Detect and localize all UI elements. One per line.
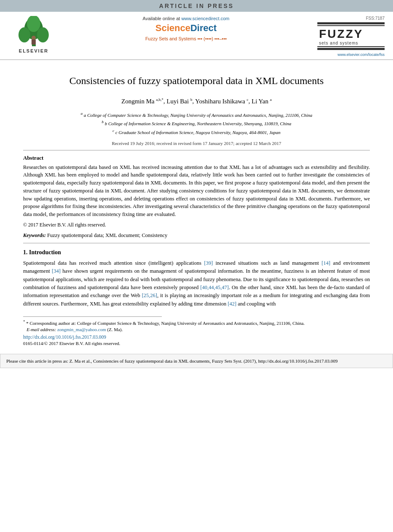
science-word: Science (156, 23, 190, 33)
svg-point-5 (32, 36, 36, 40)
article-in-press-banner: ARTICLE IN PRESS (0, 0, 393, 12)
science-direct-logo: ScienceDirect (63, 23, 309, 34)
copyright-line: © 2017 Elsevier B.V. All rights reserved… (23, 222, 370, 228)
cite-39[interactable]: [39] (204, 260, 213, 266)
cite-34[interactable]: [34] (52, 268, 61, 274)
issn-line: 0165-0114/© 2017 Elsevier B.V. All right… (23, 341, 370, 346)
keywords-values: Fuzzy spatiotemporal data; XML document;… (47, 232, 167, 238)
affiliations-section: a a College of Computer Science & Techno… (23, 108, 370, 138)
keywords-label: Keywords: (23, 232, 46, 238)
affiliation-b: b b College of Information Science & Eng… (23, 119, 370, 127)
fss-logo-box: FSS:7187 FUZZY sets and systems www.else… (313, 16, 385, 57)
email-note: E-mail address: zongmin_ma@yahoo.com (Z.… (23, 327, 370, 332)
page: ARTICLE IN PRESS ELSEVIER Available onli… (0, 0, 393, 532)
fuzzy-sub-text: sets and systems (317, 41, 385, 45)
email-suffix: (Z. Ma). (107, 327, 123, 332)
footnote-section: * * Corresponding author at: College of … (23, 319, 370, 350)
introduction-section: 1. Introduction Spatiotemporal data has … (23, 249, 370, 308)
bottom-bar-text: Please cite this article in press as: Z.… (6, 358, 338, 363)
fuzzy-big-text: FUZZY (317, 27, 385, 41)
abstract-section: Abstract Researches on spatiotemporal da… (23, 155, 370, 228)
available-online-text: Available online at www.sciencedirect.co… (63, 16, 309, 21)
section-1-heading: 1. Introduction (23, 249, 370, 256)
author-email[interactable]: zongmin_ma@yahoo.com (57, 327, 106, 332)
affiliation-c: c c Graduate School of Information Scien… (23, 128, 370, 136)
header-center: Available online at www.sciencedirect.co… (59, 16, 313, 41)
received-date: Received 19 July 2016; received in revis… (23, 141, 370, 146)
elsevier-tree-icon (16, 16, 52, 47)
footnote-separator (23, 316, 162, 317)
elsevier-label: ELSEVIER (19, 48, 48, 53)
journal-line[interactable]: Fuzzy Sets and Systems ••• (••••) •••–••… (63, 36, 309, 41)
cite-40-44-45-47[interactable]: [40,44,45,47] (200, 284, 229, 290)
abstract-heading: Abstract (23, 155, 370, 161)
header-row: ELSEVIER Available online at www.science… (0, 12, 393, 60)
article-title-section: Consistencies of fuzzy spatiotemporal da… (23, 64, 370, 94)
article-title: Consistencies of fuzzy spatiotemporal da… (23, 74, 370, 87)
svg-point-3 (37, 27, 49, 42)
cite-25-26[interactable]: [25,26] (142, 292, 157, 298)
separator-1 (23, 150, 370, 150)
direct-word: Direct (190, 23, 216, 33)
keywords-section: Keywords: Fuzzy spatiotemporal data; XML… (23, 232, 370, 239)
authors-line: Zongmin Ma a,b,*, Luyi Bai b, Yoshiharu … (121, 98, 272, 105)
corresponding-author-note: * * Corresponding author at: College of … (23, 319, 370, 326)
cite-42[interactable]: [42] (228, 301, 237, 307)
main-content: Consistencies of fuzzy spatiotemporal da… (0, 60, 393, 354)
separator-2 (23, 243, 370, 243)
authors-section: Zongmin Ma a,b,*, Luyi Bai b, Yoshiharu … (23, 94, 370, 108)
fuzzy-url-text[interactable]: www.elsevier.com/locate/fss (338, 53, 385, 57)
banner-text: ARTICLE IN PRESS (159, 3, 234, 9)
intro-body-text: Spatiotemporal data has received much at… (23, 259, 370, 308)
science-direct-url[interactable]: www.sciencedirect.com (181, 16, 229, 21)
affiliation-a: a a College of Computer Science & Techno… (23, 111, 370, 119)
bottom-citation-bar: Please cite this article in press as: Z.… (0, 354, 393, 369)
elsevier-logo: ELSEVIER (8, 16, 59, 53)
abstract-text: Researches on spatiotemporal data based … (23, 163, 370, 219)
doi-link[interactable]: http://dx.doi.org/10.1016/j.fss.2017.03.… (23, 334, 106, 340)
fss-id: FSS:7187 (366, 16, 385, 21)
email-label: E-mail address: (26, 327, 56, 332)
svg-rect-6 (32, 40, 36, 45)
svg-point-2 (18, 27, 30, 42)
cite-14[interactable]: [14] (322, 260, 330, 266)
